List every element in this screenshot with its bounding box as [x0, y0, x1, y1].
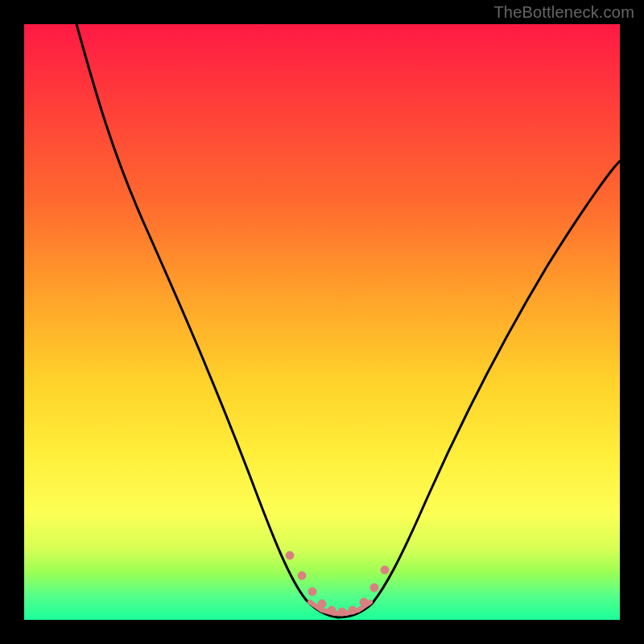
- svg-point-2: [308, 588, 316, 596]
- marker-cluster: [286, 551, 389, 616]
- svg-point-9: [381, 566, 389, 574]
- svg-point-8: [370, 584, 378, 592]
- curve-svg: [24, 24, 620, 620]
- svg-point-0: [286, 551, 294, 559]
- plot-area: [24, 24, 620, 620]
- chart-frame: TheBottleneck.com: [0, 0, 644, 644]
- svg-point-1: [298, 572, 306, 580]
- bottleneck-curve: [76, 24, 620, 617]
- watermark-text: TheBottleneck.com: [493, 3, 634, 22]
